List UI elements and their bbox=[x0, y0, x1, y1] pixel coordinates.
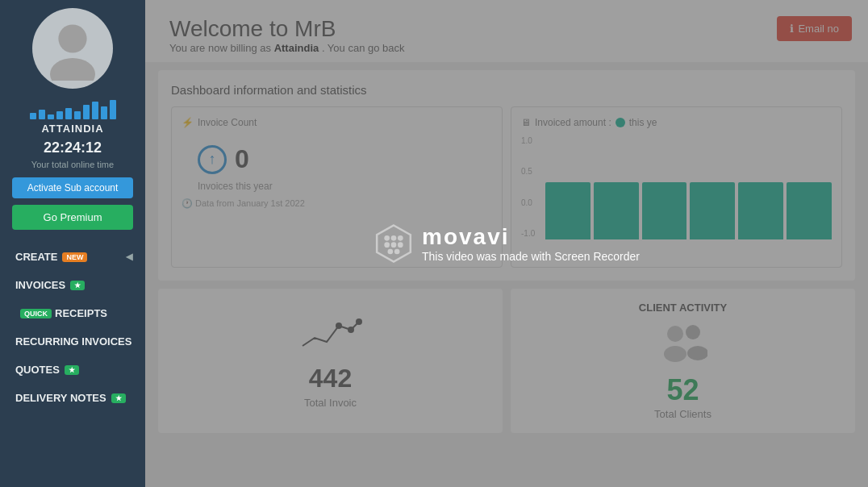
clock-icon: 🕐 bbox=[182, 198, 193, 208]
invoices-badge: ★ bbox=[70, 281, 85, 290]
sidebar-item-recurring[interactable]: RECURRING INVOICES bbox=[0, 327, 145, 356]
mini-bar bbox=[65, 108, 72, 119]
invoice-count-panel: ⚡ Invoice Count ↑ 0 Invoices this year 🕐… bbox=[171, 106, 503, 268]
bar-2 bbox=[594, 182, 639, 240]
main-content: Welcome to MrB You are now billing as At… bbox=[145, 0, 868, 487]
total-invoiced-card: 442 Total Invoic bbox=[158, 289, 503, 433]
svg-point-6 bbox=[664, 346, 686, 362]
quick-badge: QUICK bbox=[20, 309, 52, 318]
svg-point-8 bbox=[687, 346, 707, 360]
svg-point-4 bbox=[356, 318, 362, 325]
mini-bar bbox=[74, 111, 81, 119]
go-premium-button[interactable]: Go Premium bbox=[12, 205, 133, 230]
svg-point-0 bbox=[58, 24, 86, 52]
back-text: . You can go back bbox=[322, 42, 405, 54]
total-invoiced-number: 442 bbox=[309, 364, 352, 393]
bar-4 bbox=[690, 182, 735, 240]
create-arrow: ◀ bbox=[126, 252, 132, 262]
receipts-label: RECEIPTS bbox=[55, 307, 107, 319]
email-btn-label: Email no bbox=[798, 23, 839, 35]
total-clients-label: Total Clients bbox=[654, 408, 712, 420]
recurring-label: RECURRING INVOICES bbox=[15, 335, 131, 348]
quotes-label: QUOTES bbox=[15, 364, 60, 376]
stats-row: 442 Total Invoic CLIENT ACTIVITY 52 Tota… bbox=[158, 289, 855, 433]
invoice-count-display: ↑ 0 bbox=[198, 144, 492, 174]
mini-bar bbox=[30, 113, 36, 119]
total-clients-number: 52 bbox=[666, 376, 699, 405]
online-label: Your total online time bbox=[31, 160, 114, 169]
svg-point-5 bbox=[667, 326, 683, 342]
client-activity-card: CLIENT ACTIVITY 52 Total Clients bbox=[511, 289, 855, 433]
up-arrow-circle: ↑ bbox=[198, 145, 227, 174]
invoiced-amount-panel: 🖥 Invoiced amount : this ye 1.0 0.5 0.0 … bbox=[511, 106, 842, 268]
quotes-badge: ★ bbox=[65, 365, 79, 375]
mini-bar bbox=[101, 106, 107, 119]
email-button[interactable]: ℹ Email no bbox=[777, 16, 852, 41]
sidebar-menu: CREATE NEW ◀ INVOICES ★ QUICK RECEIPTS R… bbox=[0, 243, 145, 412]
invoiced-chart-area: 1.0 0.5 0.0 -1.0 bbox=[521, 135, 832, 239]
bar-1 bbox=[545, 182, 590, 240]
svg-point-2 bbox=[336, 323, 342, 329]
sidebar-item-delivery[interactable]: DELIVERY NOTES ★ bbox=[0, 384, 145, 412]
bar-3 bbox=[642, 182, 687, 240]
create-label: CREATE bbox=[15, 251, 57, 263]
total-invoiced-label: Total Invoic bbox=[304, 397, 357, 409]
sidebar-item-quick-receipts[interactable]: QUICK RECEIPTS bbox=[0, 299, 145, 327]
mini-bar bbox=[56, 111, 63, 119]
line-chart-mini bbox=[298, 314, 363, 357]
client-activity-label: CLIENT ACTIVITY bbox=[639, 302, 727, 314]
invoiced-amount-label: 🖥 Invoiced amount : this ye bbox=[521, 117, 832, 128]
sidebar-item-create[interactable]: CREATE NEW ◀ bbox=[0, 243, 145, 271]
delivery-badge: ★ bbox=[111, 393, 126, 403]
chart-bars-area bbox=[545, 135, 832, 239]
welcome-subtitle: You are now billing as Attaindia . You c… bbox=[169, 42, 844, 54]
monitor-icon: 🖥 bbox=[521, 117, 531, 128]
header-area: Welcome to MrB You are now billing as At… bbox=[145, 0, 868, 62]
legend-dot bbox=[616, 118, 625, 127]
mini-bar bbox=[83, 105, 90, 119]
invoices-label: INVOICES bbox=[15, 279, 65, 291]
company-name: Attaindia bbox=[274, 42, 319, 54]
online-time: 22:24:12 bbox=[44, 139, 102, 156]
mini-bar bbox=[92, 102, 98, 119]
email-icon: ℹ bbox=[790, 23, 794, 35]
create-badge: NEW bbox=[62, 252, 87, 262]
invoice-count-value: 0 bbox=[235, 144, 249, 174]
lightning-icon: ⚡ bbox=[182, 117, 194, 128]
dashboard-section: Dashboard information and statistics ⚡ I… bbox=[158, 70, 855, 281]
dashboard-title: Dashboard information and statistics bbox=[171, 83, 842, 97]
mini-bar bbox=[110, 100, 116, 119]
activate-sub-button[interactable]: Activate Sub account bbox=[12, 177, 133, 198]
invoice-count-label: ⚡ Invoice Count bbox=[182, 117, 492, 128]
bar-5 bbox=[738, 182, 783, 240]
billing-text: You are now billing as bbox=[169, 42, 271, 54]
mini-bar bbox=[48, 114, 54, 119]
sidebar-item-quotes[interactable]: QUOTES ★ bbox=[0, 356, 145, 384]
invoices-year-label: Invoices this year bbox=[198, 181, 492, 192]
mini-bar bbox=[39, 110, 45, 119]
svg-point-7 bbox=[686, 325, 700, 339]
welcome-title: Welcome to MrB bbox=[169, 16, 844, 42]
data-from-label: 🕐 Data from January 1st 2022 bbox=[182, 198, 492, 209]
svg-point-1 bbox=[50, 58, 95, 81]
sidebar: ATTAINDIA 22:24:12 Your total online tim… bbox=[0, 0, 145, 487]
charts-row: ⚡ Invoice Count ↑ 0 Invoices this year 🕐… bbox=[171, 106, 842, 268]
online-bar-chart bbox=[30, 95, 116, 119]
delivery-label: DELIVERY NOTES bbox=[15, 392, 106, 404]
svg-point-3 bbox=[348, 327, 354, 333]
sidebar-item-invoices[interactable]: INVOICES ★ bbox=[0, 271, 145, 299]
clients-icon bbox=[659, 322, 707, 369]
chart-y-labels: 1.0 0.5 0.0 -1.0 bbox=[521, 135, 535, 239]
username-label: ATTAINDIA bbox=[41, 123, 103, 135]
bar-6 bbox=[787, 182, 832, 240]
avatar bbox=[32, 8, 113, 89]
